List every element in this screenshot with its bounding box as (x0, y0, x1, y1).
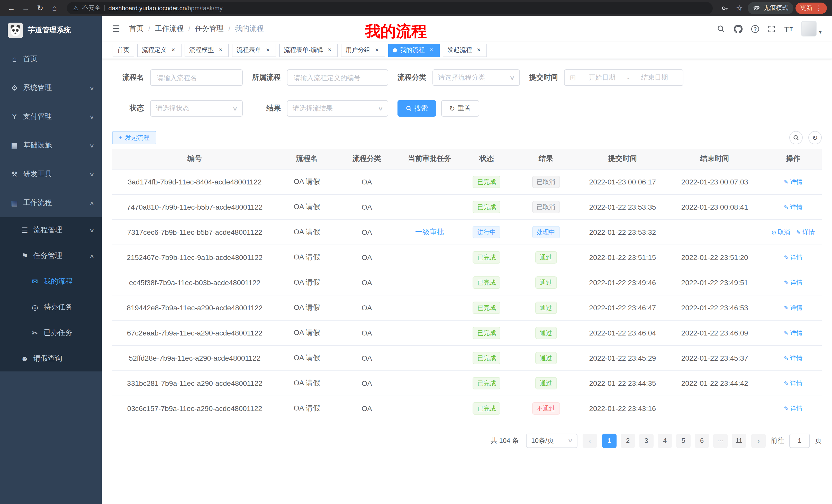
breadcrumb-item[interactable]: 任务管理 (195, 24, 224, 33)
search-button[interactable]: 搜索 (397, 100, 436, 117)
breadcrumb-item[interactable]: 首页 (129, 24, 144, 33)
sidebar-item-dev-tools[interactable]: ⚒研发工具∨ (0, 160, 102, 189)
pagination-more-button[interactable]: ··· (713, 433, 728, 448)
create-label: 发起流程 (125, 133, 150, 142)
fullscreen-icon[interactable] (768, 25, 775, 33)
tab-process-model[interactable]: 流程模型× (185, 44, 229, 57)
create-process-button[interactable]: + 发起流程 (112, 131, 156, 144)
breadcrumb-separator: / (228, 25, 230, 33)
current-task-link[interactable]: 一级审批 (415, 227, 444, 235)
sidebar-item-leave-query[interactable]: ☻请假查询 (0, 346, 102, 371)
sidebar-item-task-management[interactable]: ⚑任务管理∧ (0, 243, 102, 269)
breadcrumb-item[interactable]: 工作流程 (155, 24, 184, 33)
sidebar-item-my-process[interactable]: ✉我的流程 (0, 269, 102, 295)
action-label: 详情 (790, 203, 802, 212)
tab-start-process[interactable]: 发起流程× (443, 44, 487, 57)
cell-end-time (665, 396, 764, 421)
infrastructure-icon: ▤ (10, 141, 19, 149)
tab-process-definition[interactable]: 流程定义× (137, 44, 182, 57)
close-icon[interactable]: × (170, 47, 177, 54)
detail-link[interactable]: ✎详情 (784, 329, 802, 337)
tab-user-group[interactable]: 用户分组× (341, 44, 385, 57)
sidebar-item-system-management[interactable]: ⚙系统管理∨ (0, 74, 102, 102)
close-icon[interactable]: × (373, 47, 381, 54)
breadcrumb-separator: / (188, 25, 190, 33)
column-header: 流程名 (277, 149, 336, 169)
pagination-page-6[interactable]: 6 (695, 433, 709, 448)
table-row: 2152467e-7b9b-11ec-9a1b-acde48001122OA 请… (112, 245, 822, 270)
sidebar-item-infrastructure[interactable]: ▤基础设施∨ (0, 131, 102, 160)
close-icon[interactable]: × (428, 47, 435, 54)
detail-link[interactable]: ✎详情 (784, 177, 802, 186)
close-icon[interactable]: × (217, 47, 224, 54)
browser-back-icon[interactable]: ← (5, 2, 18, 14)
tab-my-process[interactable]: 我的流程× (388, 44, 440, 57)
process-definition-input[interactable] (287, 69, 388, 86)
detail-link[interactable]: ✎详情 (784, 379, 802, 388)
cell-id: 7317cec6-7b9b-11ec-b5b7-acde48001122 (112, 219, 277, 245)
pagination-page-3[interactable]: 3 (639, 433, 654, 448)
tab-label: 流程表单 (237, 46, 261, 54)
font-size-icon[interactable]: TT (784, 24, 793, 33)
pagination-page-4[interactable]: 4 (658, 433, 672, 448)
cancel-link[interactable]: ⊘取消 (771, 228, 790, 236)
result-select[interactable]: 请选择流结果 ∨ (287, 100, 388, 117)
tab-process-form[interactable]: 流程表单× (232, 44, 276, 57)
help-icon[interactable]: ? (751, 25, 759, 33)
process-name-input[interactable] (150, 69, 243, 86)
update-button[interactable]: 更新 ⋮ (796, 2, 827, 13)
search-icon[interactable] (717, 25, 725, 33)
sidebar-item-payment-management[interactable]: ¥支付管理∨ (0, 102, 102, 131)
cell-category: OA (337, 169, 397, 194)
sidebar-item-process-management[interactable]: ☰流程管理∨ (0, 217, 102, 243)
submit-time-range[interactable]: ⊞ 开始日期 - 结束日期 (564, 69, 683, 86)
sidebar-item-home[interactable]: ⌂首页 (0, 45, 102, 74)
pagination-page-11[interactable]: 11 (732, 433, 746, 448)
detail-link[interactable]: ✎详情 (784, 278, 802, 287)
pagination-page-5[interactable]: 5 (676, 433, 691, 448)
hamburger-icon[interactable]: ☰ (112, 23, 120, 34)
cell-result: 已取消 (511, 194, 580, 219)
close-icon[interactable]: × (326, 47, 333, 54)
password-key-icon[interactable] (719, 2, 731, 14)
detail-link[interactable]: ✎详情 (796, 228, 815, 236)
detail-link[interactable]: ✎详情 (784, 354, 802, 362)
detail-link[interactable]: ✎详情 (784, 404, 802, 413)
pagination-page-1[interactable]: 1 (602, 433, 617, 448)
page-size-select[interactable]: 10条/页 ∨ (526, 433, 577, 448)
browser-reload-icon[interactable]: ↻ (34, 2, 46, 14)
cell-status: 已完成 (462, 295, 511, 320)
github-icon[interactable] (734, 24, 743, 33)
tab-home[interactable]: 首页 (113, 44, 134, 57)
detail-link[interactable]: ✎详情 (784, 203, 802, 212)
menu-dots-icon[interactable]: ⋮ (815, 4, 822, 12)
pagination-page-2[interactable]: 2 (621, 433, 635, 448)
goto-page-input[interactable] (789, 433, 810, 448)
refresh-table-button[interactable]: ↻ (808, 131, 822, 144)
sidebar-item-todo-tasks[interactable]: ◎待办任务 (0, 295, 102, 320)
pagination-prev-button[interactable]: ‹ (582, 433, 597, 448)
incognito-badge[interactable]: 无痕模式 (748, 2, 794, 14)
detail-link[interactable]: ✎详情 (784, 253, 802, 262)
bookmark-star-icon[interactable]: ☆ (733, 2, 746, 14)
cell-result: 通过 (511, 245, 580, 270)
reset-button[interactable]: ↻ 重置 (441, 100, 479, 117)
sidebar-item-done-tasks[interactable]: ✂已办任务 (0, 320, 102, 346)
detail-icon: ✎ (796, 229, 801, 235)
sidebar-item-workflow[interactable]: ▦工作流程∧ (0, 189, 102, 217)
pagination-next-button[interactable]: › (751, 433, 766, 448)
category-select[interactable]: 请选择流程分类 ∨ (433, 69, 520, 86)
detail-link[interactable]: ✎详情 (784, 303, 802, 312)
tab-process-form-edit[interactable]: 流程表单-编辑× (279, 44, 338, 57)
sidebar-item-label: 任务管理 (33, 251, 62, 260)
user-avatar[interactable]: ▾ (801, 21, 822, 36)
toggle-search-button[interactable] (789, 131, 803, 144)
close-icon[interactable]: × (475, 47, 482, 54)
browser-home-icon[interactable]: ⌂ (48, 2, 61, 14)
app-logo[interactable]: 芋道管理系统 (0, 16, 102, 45)
close-icon[interactable]: × (264, 47, 271, 54)
address-bar[interactable]: ⚠ 不安全 dashboard.yudao.iocoder.cn/bpm/tas… (67, 2, 713, 14)
browser-forward-icon[interactable]: → (20, 2, 32, 14)
select-placeholder: 请选择状态 (156, 104, 189, 113)
status-select[interactable]: 请选择状态 ∨ (150, 100, 243, 117)
